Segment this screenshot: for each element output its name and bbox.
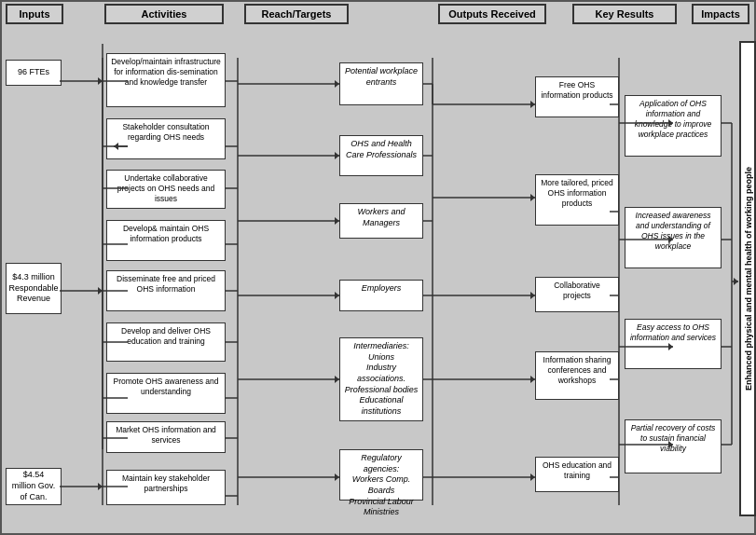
activity-6: Develop and deliver OHS education and tr… bbox=[106, 322, 226, 362]
activity-2: Stakeholder consultation regarding OHS n… bbox=[106, 118, 226, 159]
output-4: Information sharing conferences and work… bbox=[535, 351, 619, 400]
header-outputs: Outputs Received bbox=[438, 4, 546, 24]
keyresult-1: Application of OHS information and knowl… bbox=[625, 95, 722, 157]
output-1: Free OHS information products bbox=[535, 76, 619, 117]
activity-4: Develop& maintain OHS information produc… bbox=[106, 220, 226, 261]
impact-main: Enhanced physical and mental health of w… bbox=[739, 41, 756, 516]
header-activities: Activities bbox=[104, 4, 224, 24]
reach-2: OHS and Health Care Professionals bbox=[339, 135, 423, 176]
reach-1: Potential workplace entrants bbox=[339, 62, 423, 105]
keyresult-4: Partial recovery of costs to sustain fin… bbox=[625, 419, 722, 473]
reach-5: Intermediaries: Unions Industry associat… bbox=[339, 337, 423, 421]
reach-4: Employers bbox=[339, 280, 423, 311]
output-5: OHS education and training bbox=[535, 457, 619, 492]
reach-6: Regulatory agencies: Workers Comp. Board… bbox=[339, 449, 423, 501]
header-inputs: Inputs bbox=[6, 4, 63, 24]
svg-marker-2 bbox=[98, 77, 103, 85]
activity-3: Undertake collaborative projects on OHS … bbox=[106, 170, 226, 209]
reach-3: Workers and Managers bbox=[339, 203, 423, 239]
activity-1: Develop/maintain infrastructure for info… bbox=[106, 53, 226, 107]
input-ftes: 96 FTEs bbox=[6, 60, 62, 86]
output-3: Collaborative projects bbox=[535, 277, 619, 312]
svg-marker-6 bbox=[98, 483, 103, 490]
keyresult-2: Increased awareness and understanding of… bbox=[625, 207, 722, 268]
output-2: More tailored, priced OHS information pr… bbox=[535, 174, 619, 226]
activity-5: Disseminate free and priced OHS informat… bbox=[106, 270, 226, 311]
header-impacts: Impacts bbox=[692, 4, 749, 24]
svg-marker-77 bbox=[734, 278, 738, 285]
keyresult-3: Easy access to OHS information and servi… bbox=[625, 319, 722, 369]
activity-7: Promote OHS awareness and understanding bbox=[106, 373, 226, 414]
header-keyresults: Key Results bbox=[572, 4, 677, 24]
activity-9: Maintain key stakeholder partnerships bbox=[106, 470, 226, 505]
svg-marker-4 bbox=[98, 287, 103, 295]
header-reach: Reach/Targets bbox=[244, 4, 349, 24]
activity-8: Market OHS information and services bbox=[106, 421, 226, 453]
input-gov: $4.54 million Gov. of Can. bbox=[6, 468, 62, 505]
input-revenue: $4.3 million Respondable Revenue bbox=[6, 263, 62, 314]
logic-model-diagram: Inputs Activities Reach/Targets Outputs … bbox=[0, 0, 756, 535]
